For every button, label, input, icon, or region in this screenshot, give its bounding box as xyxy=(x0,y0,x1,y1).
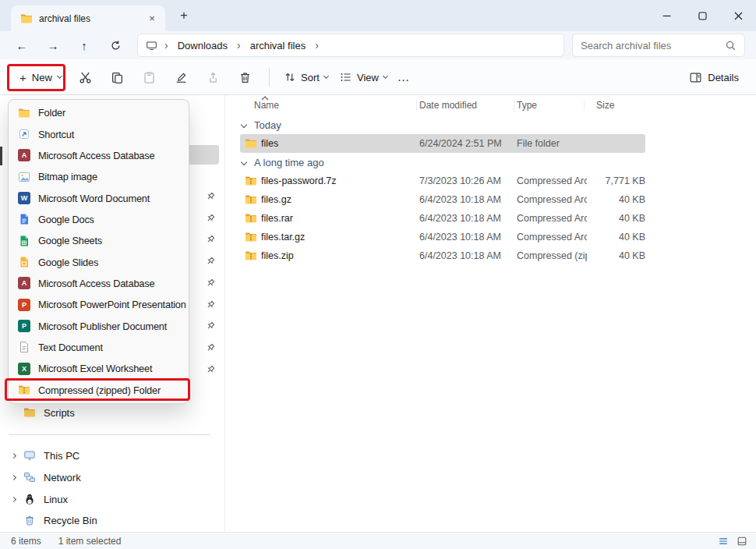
column-headers: Name Date modified Type Size xyxy=(240,95,645,115)
chevron-down-icon xyxy=(323,73,329,79)
file-row-files-gz[interactable]: files.gz6/4/2023 10:18 AMCompressed Arch… xyxy=(240,190,645,209)
menu-item-microsoft-access-database[interactable]: AMicrosoft Access Database xyxy=(11,273,186,294)
file-type: Compressed Archi... xyxy=(517,175,587,186)
menu-item-google-docs[interactable]: Google Docs xyxy=(11,209,186,230)
large-icons-view-button[interactable] xyxy=(734,534,750,548)
breadcrumb-chevron-icon[interactable]: › xyxy=(313,39,320,51)
shortcut-icon xyxy=(18,128,30,140)
close-icon xyxy=(734,12,743,20)
titlebar: archival files × + xyxy=(0,0,756,31)
paste-button[interactable] xyxy=(141,66,157,89)
breadcrumb-archival-files[interactable]: archival files xyxy=(248,38,309,53)
expander-chevron-icon[interactable] xyxy=(6,476,20,480)
menu-item-microsoft-excel-worksheet[interactable]: XMicrosoft Excel Worksheet xyxy=(11,358,186,379)
sidebar-item-linux[interactable]: Linux xyxy=(0,490,218,508)
magnifier-icon[interactable] xyxy=(725,40,737,51)
expander-chevron-icon[interactable] xyxy=(6,498,20,501)
refresh-button[interactable] xyxy=(100,34,131,57)
sort-arrows-icon xyxy=(284,71,296,83)
file-row-files-rar[interactable]: files.rar6/4/2023 10:18 AMCompressed Arc… xyxy=(240,209,645,228)
minimize-button[interactable] xyxy=(648,0,684,31)
new-button[interactable]: + New xyxy=(12,66,69,88)
up-button[interactable]: ↑ xyxy=(69,34,100,57)
menu-item-microsoft-powerpoint-presentation[interactable]: PMicrosoft PowerPoint Presentation xyxy=(11,294,186,315)
explorer-tab[interactable]: archival files × xyxy=(11,5,165,31)
maximize-button[interactable] xyxy=(684,0,720,31)
file-row-files-zip[interactable]: files.zip6/4/2023 10:18 AMCompressed (zi… xyxy=(240,246,645,265)
menu-item-google-sheets[interactable]: Google Sheets xyxy=(11,230,186,251)
search-box[interactable] xyxy=(572,34,745,57)
folder-icon xyxy=(23,406,36,419)
sort-label: Sort xyxy=(301,72,320,83)
sidebar-selected-item[interactable] xyxy=(185,145,219,165)
see-more-button[interactable]: … xyxy=(393,66,415,88)
new-button-label: New xyxy=(32,72,52,83)
excel-icon: X xyxy=(18,363,30,375)
details-view-button[interactable] xyxy=(715,534,731,548)
column-header-name[interactable]: Name xyxy=(240,95,419,115)
pin-icon xyxy=(205,213,217,225)
menu-item-microsoft-publisher-document[interactable]: PMicrosoft Publisher Document xyxy=(11,315,186,336)
chevron-down-icon xyxy=(241,122,247,128)
sidebar-item-this-pc[interactable]: This PC xyxy=(0,446,218,465)
forward-button[interactable]: → xyxy=(37,34,69,57)
details-label: Details xyxy=(708,72,739,83)
publisher-icon: P xyxy=(18,320,30,332)
menu-item-compressed-zipped-folder[interactable]: Compressed (zipped) Folder xyxy=(11,379,186,400)
file-row-files-password-7z[interactable]: files-password.7z7/3/2023 10:26 AMCompre… xyxy=(240,172,645,190)
file-row-files-tar-gz[interactable]: files.tar.gz6/4/2023 10:18 AMCompressed … xyxy=(240,228,645,246)
up-arrow-icon: ↑ xyxy=(81,39,87,52)
expander-chevron-icon[interactable] xyxy=(6,454,20,458)
folder-icon xyxy=(18,107,30,119)
cut-button[interactable] xyxy=(77,66,93,89)
file-row-files[interactable]: files6/24/2024 2:51 PMFile folder xyxy=(240,134,645,153)
menu-item-microsoft-word-document[interactable]: WMicrosoft Word Document xyxy=(11,187,186,208)
large-icons-view-icon xyxy=(737,536,747,547)
column-header-size[interactable]: Size xyxy=(587,95,645,115)
word-icon: W xyxy=(18,192,30,204)
column-header-type[interactable]: Type xyxy=(517,95,587,115)
file-list: Todayfiles6/24/2024 2:51 PMFile folderA … xyxy=(240,115,645,265)
file-size: 40 KB xyxy=(587,213,645,224)
menu-item-google-slides[interactable]: Google Slides xyxy=(11,251,186,272)
breadcrumb-chevron-icon[interactable]: › xyxy=(235,39,242,51)
address-bar[interactable]: ›Downloads›archival files› xyxy=(137,34,564,57)
menu-item-folder[interactable]: Folder xyxy=(11,102,186,123)
copy-button[interactable] xyxy=(109,66,125,89)
breadcrumb-downloads[interactable]: Downloads xyxy=(175,38,230,53)
rename-button[interactable] xyxy=(173,66,189,89)
new-tab-button[interactable]: + xyxy=(176,8,192,23)
breadcrumb-chevron-icon[interactable]: › xyxy=(163,39,170,51)
network-icon xyxy=(23,471,36,483)
forward-arrow-icon: → xyxy=(48,39,59,52)
menu-item-microsoft-access-database[interactable]: AMicrosoft Access Database xyxy=(11,145,186,166)
zipfolder-icon xyxy=(245,250,257,262)
column-header-date-modified[interactable]: Date modified xyxy=(419,95,517,115)
chevron-down-icon xyxy=(241,159,247,165)
sort-button[interactable]: Sort xyxy=(277,66,334,88)
file-list-pane: Name Date modified Type Size Todayfiles6… xyxy=(230,95,756,532)
file-size: 40 KB xyxy=(587,250,645,261)
delete-button[interactable] xyxy=(237,66,253,89)
bitmap-icon xyxy=(18,171,30,183)
back-button[interactable]: ← xyxy=(6,34,37,57)
sidebar-item-network[interactable]: Network xyxy=(0,468,218,487)
close-button[interactable] xyxy=(720,0,756,31)
sidebar-item-recycle-bin[interactable]: Recycle Bin xyxy=(0,511,218,530)
this-pc-icon xyxy=(23,449,36,462)
menu-item-bitmap-image[interactable]: Bitmap image xyxy=(11,166,186,187)
menu-item-text-document[interactable]: Text Document xyxy=(11,337,186,358)
tab-close-icon[interactable]: × xyxy=(145,12,159,26)
view-button[interactable]: View xyxy=(334,66,394,88)
zipfolder-icon xyxy=(245,175,257,187)
file-name: files.gz xyxy=(261,194,419,205)
menu-item-shortcut[interactable]: Shortcut xyxy=(11,123,186,144)
sidebar-item-scripts[interactable]: Scripts xyxy=(0,403,218,422)
details-pane-button[interactable]: Details xyxy=(684,66,744,88)
file-date-modified: 6/4/2023 10:18 AM xyxy=(419,213,517,224)
group-header-today[interactable]: Today xyxy=(240,115,645,134)
search-input[interactable] xyxy=(581,40,725,51)
group-header-a-long-time-ago[interactable]: A long time ago xyxy=(240,153,645,172)
file-size: 7,771 KB xyxy=(587,175,645,186)
share-button[interactable] xyxy=(205,66,221,89)
